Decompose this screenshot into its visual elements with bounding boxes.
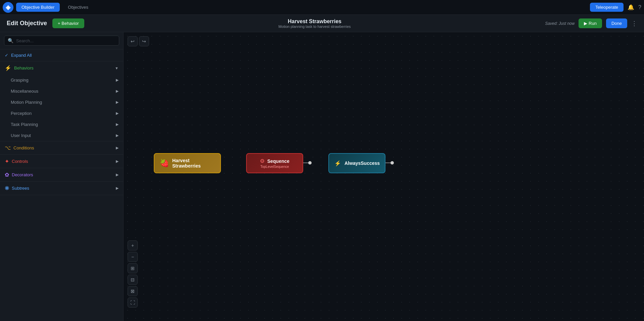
category-subtrees: ❋ Subtrees ▶ xyxy=(0,182,123,195)
controls-chevron-icon: ▶ xyxy=(116,159,119,164)
category-conditions: ⌥ Conditions ▶ xyxy=(0,141,123,155)
node-always-success[interactable]: ⚡ AlwaysSuccess xyxy=(328,153,385,173)
category-decorators-header[interactable]: ✿ Decorators ▶ xyxy=(0,168,123,181)
category-subtrees-header[interactable]: ❋ Subtrees ▶ xyxy=(0,182,123,195)
misc-chevron-icon: ▶ xyxy=(116,89,119,93)
node-harvest-strawberries[interactable]: 🍓 Harvest Strawberries xyxy=(154,153,221,173)
decorators-chevron-icon: ▶ xyxy=(116,173,119,177)
redo-button[interactable]: ↪ xyxy=(139,36,149,46)
subcategory-miscellaneous[interactable]: Miscellaneous ▶ xyxy=(0,86,123,97)
harvest-node-label: Harvest Strawberries xyxy=(172,158,215,169)
done-button[interactable]: Done xyxy=(606,18,627,28)
sidebar: 🔍 ✓ Expand All ⚡ Behaviors ▼ Grasping ▶ xyxy=(0,32,124,321)
subcategory-grasping[interactable]: Grasping ▶ xyxy=(0,75,123,86)
fit-view-button[interactable]: ⊞ xyxy=(128,263,138,273)
fullscreen-button[interactable]: ⛶ xyxy=(128,297,138,308)
expand-all-label: Expand All xyxy=(11,53,32,58)
subtrees-icon: ❋ xyxy=(5,185,9,191)
search-box: 🔍 xyxy=(0,32,123,49)
conditions-icon: ⌥ xyxy=(5,145,11,151)
canvas-area[interactable]: ↩ ↪ 🍓 Harvest Strawberries ⚙ Sequence xyxy=(124,32,644,321)
category-conditions-header[interactable]: ⌥ Conditions ▶ xyxy=(0,141,123,154)
top-nav: ◈ Objective Builder Objectives Teleopera… xyxy=(0,0,644,15)
sequence-node-icon: ⚙ xyxy=(260,158,265,164)
category-controls: ✦ Controls ▶ xyxy=(0,155,123,168)
help-icon[interactable]: ? xyxy=(638,4,641,10)
notification-icon[interactable]: 🔔 xyxy=(628,4,634,10)
category-decorators: ✿ Decorators ▶ xyxy=(0,168,123,182)
motion-chevron-icon: ▶ xyxy=(116,100,119,104)
nav-right: Teleoperate 🔔 ? xyxy=(590,3,641,12)
conditions-label: Conditions xyxy=(13,145,34,150)
connector-svg xyxy=(124,32,644,321)
category-controls-header[interactable]: ✦ Controls ▶ xyxy=(0,155,123,168)
svg-point-2 xyxy=(308,161,312,165)
user-input-chevron-icon: ▶ xyxy=(116,133,119,138)
svg-point-5 xyxy=(390,161,394,165)
expand-all[interactable]: ✓ Expand All xyxy=(0,49,123,61)
controls-icon: ✦ xyxy=(5,158,9,165)
zoom-out-button[interactable]: − xyxy=(128,252,138,262)
objective-subtitle: Motion planning task to harvest strawber… xyxy=(90,25,540,29)
behaviors-icon: ⚡ xyxy=(5,65,11,71)
decorators-label: Decorators xyxy=(12,172,33,177)
task-chevron-icon: ▶ xyxy=(116,122,119,127)
objective-title-area: Harvest Strawberries Motion planning tas… xyxy=(90,18,540,29)
undo-button[interactable]: ↩ xyxy=(128,36,138,46)
run-button[interactable]: ▶ Run xyxy=(579,18,602,28)
grasping-chevron-icon: ▶ xyxy=(116,78,119,82)
header-right: Saved: Just now ▶ Run Done ⋮ xyxy=(545,18,637,28)
decorators-icon: ✿ xyxy=(5,172,9,178)
tab-objective-builder[interactable]: Objective Builder xyxy=(16,3,60,12)
controls-label: Controls xyxy=(12,159,28,164)
subtrees-label: Subtrees xyxy=(12,186,29,191)
search-input-wrap: 🔍 xyxy=(4,36,119,46)
node-sequence[interactable]: ⚙ Sequence TopLevelSequence xyxy=(246,153,303,173)
subcategory-user-input[interactable]: User Input ▶ xyxy=(0,130,123,141)
collapse-view-button[interactable]: ⊟ xyxy=(128,275,138,285)
edit-objective-title: Edit Objective xyxy=(7,20,47,27)
conditions-chevron-icon: ▶ xyxy=(116,146,119,150)
search-input[interactable] xyxy=(16,38,116,43)
canvas-tools-top: ↩ ↪ xyxy=(128,36,149,46)
canvas-tools-bottom: + − ⊞ ⊟ ⊠ ⛶ xyxy=(128,240,138,308)
tab-objectives[interactable]: Objectives xyxy=(62,3,94,12)
always-success-label: AlwaysSuccess xyxy=(344,160,380,166)
subtrees-chevron-icon: ▶ xyxy=(116,186,119,190)
more-options-button[interactable]: ⋮ xyxy=(631,20,637,27)
add-behavior-button[interactable]: + Behavior xyxy=(52,18,84,28)
subcategory-motion-planning[interactable]: Motion Planning ▶ xyxy=(0,97,123,108)
app-logo: ◈ xyxy=(3,2,13,13)
behaviors-label: Behaviors xyxy=(14,65,34,71)
objective-name: Harvest Strawberries xyxy=(90,18,540,25)
sequence-node-label: Sequence xyxy=(267,158,289,164)
subcategory-perception[interactable]: Perception ▶ xyxy=(0,108,123,119)
edit-header: Edit Objective + Behavior Harvest Strawb… xyxy=(0,15,644,32)
zoom-in-button[interactable]: + xyxy=(128,240,138,250)
main-layout: 🔍 ✓ Expand All ⚡ Behaviors ▼ Grasping ▶ xyxy=(0,32,644,321)
category-behaviors-header[interactable]: ⚡ Behaviors ▼ xyxy=(0,61,123,75)
always-success-icon: ⚡ xyxy=(334,160,341,167)
grid-view-button[interactable]: ⊠ xyxy=(128,286,138,296)
behaviors-chevron-icon: ▼ xyxy=(115,66,119,70)
harvest-node-icon: 🍓 xyxy=(160,159,169,168)
sequence-node-sublabel: TopLevelSequence xyxy=(260,165,289,169)
teleoperate-button[interactable]: Teleoperate xyxy=(590,3,624,12)
category-behaviors: ⚡ Behaviors ▼ Grasping ▶ Miscellaneous ▶… xyxy=(0,61,123,141)
expand-all-icon: ✓ xyxy=(5,53,8,58)
perception-chevron-icon: ▶ xyxy=(116,111,119,116)
subcategory-task-planning[interactable]: Task Planning ▶ xyxy=(0,119,123,130)
saved-status: Saved: Just now xyxy=(545,21,574,26)
search-icon: 🔍 xyxy=(8,38,13,43)
